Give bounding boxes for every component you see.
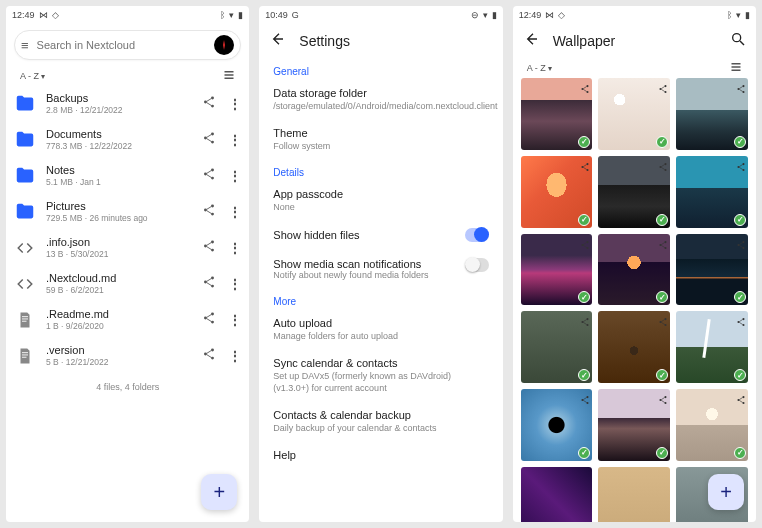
setting-sync[interactable]: Sync calendar & contactsSet up DAVx5 (fo… (259, 349, 502, 401)
setting-passcode[interactable]: App passcodeNone (259, 180, 502, 220)
back-button[interactable] (269, 31, 285, 51)
search-input[interactable] (37, 39, 207, 51)
setting-help[interactable]: Help (259, 441, 502, 469)
setting-media-scan[interactable]: Show media scan notificationsNotify abou… (259, 250, 502, 288)
svg-point-66 (587, 324, 589, 326)
page-title: Wallpaper (553, 33, 616, 49)
setting-storage[interactable]: Data storage folder/storage/emulated/0/A… (259, 79, 502, 119)
svg-point-37 (587, 85, 589, 87)
code-icon (14, 237, 36, 259)
svg-point-46 (587, 163, 589, 165)
share-icon[interactable] (202, 311, 216, 329)
search-button[interactable] (730, 31, 746, 51)
toggle-switch[interactable] (465, 258, 489, 272)
plus-icon: + (720, 481, 732, 504)
svg-point-63 (742, 246, 744, 248)
search-bar[interactable]: ≡ (14, 30, 241, 60)
more-icon[interactable]: ⋮ (228, 277, 241, 291)
file-row[interactable]: Documents778.3 MB · 12/22/2022 ⋮ (6, 122, 249, 158)
file-name: .version (46, 344, 192, 357)
file-row[interactable]: Pictures729.5 MB · 26 minutes ago ⋮ (6, 194, 249, 230)
more-icon[interactable]: ⋮ (228, 133, 241, 147)
battery-icon: ▮ (745, 10, 750, 20)
file-row[interactable]: .Readme.md1 B · 9/26/2020 ⋮ (6, 302, 249, 338)
toggle-switch[interactable] (465, 228, 489, 242)
wallpaper-thumb[interactable] (676, 389, 748, 461)
wallpaper-thumb[interactable] (521, 311, 593, 383)
back-button[interactable] (523, 31, 539, 51)
wallpaper-thumb[interactable] (676, 234, 748, 306)
wallpaper-thumb[interactable] (676, 78, 748, 150)
wallpaper-thumb[interactable] (521, 78, 593, 150)
share-icon[interactable] (658, 236, 668, 254)
sort-button[interactable]: A - Z▾ (20, 71, 45, 81)
wallpaper-thumb[interactable] (598, 311, 670, 383)
wallpaper-thumb[interactable] (521, 389, 593, 461)
more-icon[interactable]: ⋮ (228, 349, 241, 363)
setting-theme[interactable]: ThemeFollow system (259, 119, 502, 159)
fab-add[interactable]: + (201, 474, 237, 510)
share-icon[interactable] (580, 313, 590, 331)
share-icon[interactable] (202, 347, 216, 365)
hamburger-icon[interactable]: ≡ (21, 38, 29, 53)
share-icon[interactable] (736, 391, 746, 409)
synced-icon (734, 136, 746, 148)
more-icon[interactable]: ⋮ (228, 169, 241, 183)
wallpaper-thumb[interactable] (598, 467, 670, 522)
svg-point-41 (660, 88, 662, 90)
wallpaper-thumb[interactable] (598, 78, 670, 150)
view-mode-icon[interactable] (223, 69, 235, 83)
setting-hidden-files[interactable]: Show hidden files (259, 220, 502, 250)
share-icon[interactable] (736, 158, 746, 176)
connect-icon: ⋈ (39, 10, 48, 20)
share-icon[interactable] (202, 95, 216, 113)
share-icon[interactable] (736, 80, 746, 98)
share-icon[interactable] (202, 167, 216, 185)
section-details: Details (259, 159, 502, 180)
more-icon[interactable]: ⋮ (228, 205, 241, 219)
wallpaper-thumb[interactable] (521, 234, 593, 306)
share-icon[interactable] (202, 275, 216, 293)
share-icon[interactable] (580, 158, 590, 176)
wallpaper-thumb[interactable] (521, 156, 593, 228)
more-icon[interactable]: ⋮ (228, 97, 241, 111)
share-icon[interactable] (658, 391, 668, 409)
share-icon[interactable] (202, 239, 216, 257)
share-icon[interactable] (736, 236, 746, 254)
setting-auto-upload[interactable]: Auto uploadManage folders for auto uploa… (259, 309, 502, 349)
avatar[interactable] (214, 35, 234, 55)
view-mode-icon[interactable] (730, 61, 742, 75)
file-row[interactable]: Backups 2.8 MB · 12/21/2022 ⋮ (6, 86, 249, 122)
wallpaper-thumb[interactable] (676, 311, 748, 383)
file-row[interactable]: Notes5.1 MB · Jan 1 ⋮ (6, 158, 249, 194)
file-row[interactable]: .info.json13 B · 5/30/2021 ⋮ (6, 230, 249, 266)
share-icon[interactable] (202, 131, 216, 149)
share-icon[interactable] (580, 391, 590, 409)
setting-backup[interactable]: Contacts & calendar backupDaily backup o… (259, 401, 502, 441)
wallpaper-thumb[interactable] (676, 156, 748, 228)
wallpaper-thumb[interactable] (598, 234, 670, 306)
share-icon[interactable] (736, 313, 746, 331)
list-summary: 4 files, 4 folders (6, 374, 249, 400)
file-row[interactable]: .Nextcloud.md59 B · 6/2/2021 ⋮ (6, 266, 249, 302)
share-icon[interactable] (580, 80, 590, 98)
wallpaper-grid (513, 78, 756, 522)
svg-point-53 (737, 166, 739, 168)
share-icon[interactable] (658, 158, 668, 176)
sort-button[interactable]: A - Z▾ (527, 63, 552, 73)
share-icon[interactable] (658, 80, 668, 98)
share-icon[interactable] (580, 236, 590, 254)
more-icon[interactable]: ⋮ (228, 241, 241, 255)
svg-point-30 (211, 348, 214, 351)
wallpaper-thumb[interactable] (598, 389, 670, 461)
share-icon[interactable] (202, 203, 216, 221)
wallpaper-thumb[interactable] (598, 156, 670, 228)
share-icon[interactable] (658, 313, 668, 331)
more-icon[interactable]: ⋮ (228, 313, 241, 327)
wallpaper-thumb[interactable] (521, 467, 593, 522)
synced-icon (656, 136, 668, 148)
synced-icon (578, 291, 590, 303)
file-row[interactable]: .version5 B · 12/21/2022 ⋮ (6, 338, 249, 374)
fab-add[interactable]: + (708, 474, 744, 510)
svg-point-6 (211, 132, 214, 135)
